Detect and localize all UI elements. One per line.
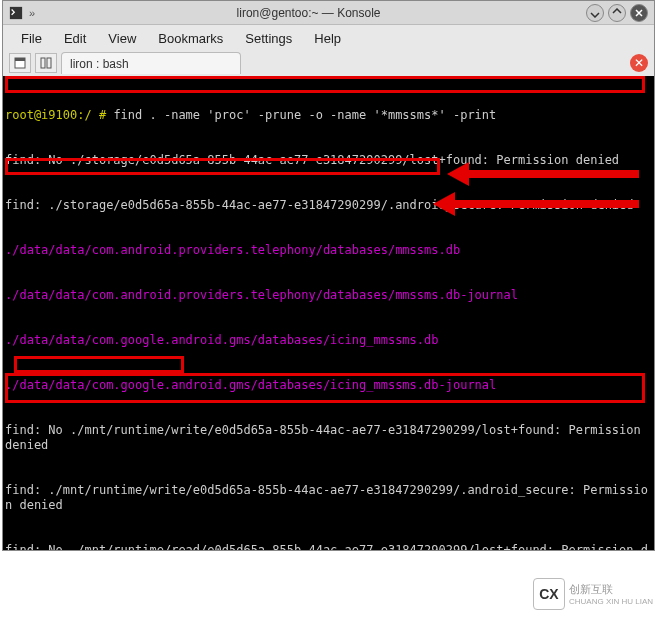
term-line: find: No ./mnt/runtime/read/e0d5d65a-855…	[5, 543, 652, 550]
annotation-box-find-command	[5, 76, 645, 93]
svg-rect-3	[41, 58, 45, 68]
split-icon	[40, 57, 52, 69]
close-x-icon: ✕	[634, 56, 644, 70]
term-line: ./data/data/com.android.providers.teleph…	[5, 288, 652, 303]
term-line-cmd-find: root@i9100:/ # find . -name 'proc' -prun…	[5, 108, 652, 123]
menubar: File Edit View Bookmarks Settings Help	[3, 25, 654, 52]
tab-liron-bash[interactable]: liron : bash	[61, 52, 241, 74]
watermark-brand-py: CHUANG XIN HU LIAN	[569, 597, 653, 606]
menu-bookmarks[interactable]: Bookmarks	[148, 29, 233, 48]
new-tab-button[interactable]	[9, 53, 31, 73]
menu-view[interactable]: View	[98, 29, 146, 48]
watermark-brand-cn: 创新互联	[569, 582, 653, 597]
menu-settings[interactable]: Settings	[235, 29, 302, 48]
term-line: find: No ./mnt/runtime/write/e0d5d65a-85…	[5, 423, 652, 453]
term-line-mmssms-path: ./data/data/com.android.providers.teleph…	[5, 243, 652, 258]
tab-label: liron : bash	[70, 57, 129, 71]
new-tab-icon	[14, 57, 26, 69]
split-view-button[interactable]	[35, 53, 57, 73]
minimize-icon	[590, 8, 600, 18]
close-window-button[interactable]	[630, 4, 648, 22]
svg-rect-0	[10, 6, 22, 18]
terminal-app-icon	[9, 6, 23, 20]
svg-rect-2	[15, 58, 25, 61]
titlebar: » liron@gentoo:~ — Konsole	[3, 1, 654, 25]
maximize-button[interactable]	[608, 4, 626, 22]
close-icon	[634, 8, 644, 18]
term-line: ./data/data/com.google.android.gms/datab…	[5, 333, 652, 348]
menu-edit[interactable]: Edit	[54, 29, 96, 48]
watermark: CX 创新互联 CHUANG XIN HU LIAN	[533, 578, 653, 610]
maximize-icon	[612, 8, 622, 18]
menu-file[interactable]: File	[11, 29, 52, 48]
window-title: liron@gentoo:~ — Konsole	[35, 6, 582, 20]
term-line: ./data/data/com.google.android.gms/datab…	[5, 378, 652, 393]
term-line: find: No ./storage/e0d5d65a-855b-44ac-ae…	[5, 153, 652, 168]
app-window: » liron@gentoo:~ — Konsole File Edit Vie…	[2, 0, 655, 551]
tab-bar: liron : bash ✕	[3, 52, 654, 76]
term-line: find: ./storage/e0d5d65a-855b-44ac-ae77-…	[5, 198, 652, 213]
terminal-viewport[interactable]: root@i9100:/ # find . -name 'proc' -prun…	[3, 76, 654, 550]
watermark-badge: CX	[533, 578, 565, 610]
close-tab-badge[interactable]: ✕	[630, 54, 648, 72]
menu-help[interactable]: Help	[304, 29, 351, 48]
annotation-box-exit	[14, 356, 184, 373]
term-line: find: ./mnt/runtime/write/e0d5d65a-855b-…	[5, 483, 652, 513]
svg-rect-4	[47, 58, 51, 68]
minimize-button[interactable]	[586, 4, 604, 22]
